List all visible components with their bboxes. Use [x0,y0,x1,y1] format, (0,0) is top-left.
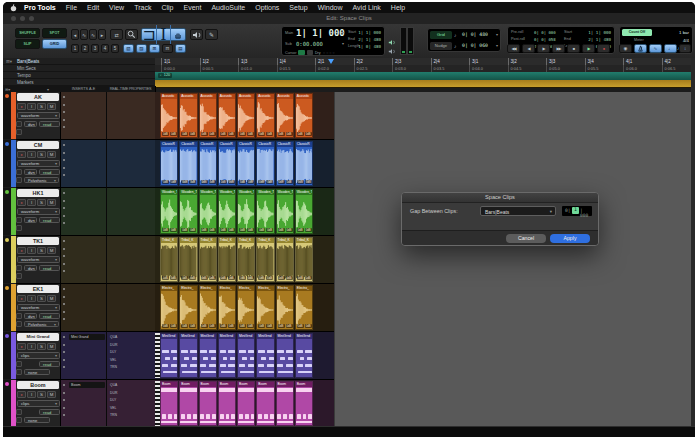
automation-mode-selector[interactable]: read [39,265,60,271]
audio-clip[interactable]: Electro_0dB0dB [199,285,217,330]
midi-clip[interactable]: Boom [160,381,178,426]
audio-clip[interactable]: Wooden_T0dB0dB [179,189,197,234]
pre-fader-icon[interactable] [307,50,313,55]
insert-slot-d[interactable] [63,359,65,361]
menu-item-file[interactable]: File [61,4,82,11]
track-view-selector[interactable]: clips▾ [17,352,60,359]
mute-button[interactable]: M [47,151,56,158]
rtp-label-qua[interactable]: QUA [110,383,117,387]
midi-clip[interactable]: Boom [218,381,236,426]
insert-slot-a[interactable] [63,96,65,98]
audio-clip[interactable]: Acoustic0dB0dB [179,93,197,138]
main-counter-menu-icon[interactable]: ▾ [342,30,344,35]
tempo-event-marker[interactable]: ♩120 [158,73,172,78]
rtp-label-trn[interactable]: TRN [110,413,117,417]
insert-slot-c[interactable] [63,351,65,353]
audio-clip[interactable]: ClassicR0dB0dB [237,141,255,186]
input-monitor-button[interactable]: I [27,199,36,206]
midi-clip[interactable]: MiniGrnd [218,333,236,378]
track-name-button[interactable]: Boom [17,381,59,389]
meter-value[interactable]: 4/4 [683,38,689,43]
insert-slot-a[interactable] [63,336,65,338]
ruler-label-min-secs[interactable]: Min:Secs [3,65,155,72]
go-to-start-button-icon[interactable]: ◀◀ [507,44,520,53]
link-track-edit-icon[interactable]: ⊞ [149,44,160,53]
count-off-value[interactable]: 1 bar [679,30,689,35]
insert-slot-c[interactable] [63,207,65,209]
zoom-preset-5[interactable]: 5 [111,44,119,53]
midi-clip[interactable]: MiniGrnd [256,333,274,378]
elastic-audio-icon[interactable] [16,313,22,319]
fast-forward-button-icon[interactable]: ▶ [537,44,550,53]
audio-clip[interactable]: Tribal_K0dB0dB [179,237,197,282]
nudge-menu-icon[interactable]: ▾ [496,43,498,48]
playlist-icon[interactable] [16,225,22,231]
audio-clip[interactable]: Wooden_T0dB0dB [160,189,178,234]
solo-button[interactable]: S [37,295,46,302]
rtp-label-qua[interactable]: QUA [110,335,117,339]
dyn-chip[interactable]: dyn [24,265,37,271]
zoom-preset-2[interactable]: 2 [81,44,89,53]
mute-button[interactable]: M [47,199,56,206]
insert-slot-c[interactable] [63,111,65,113]
grid-value-toggle[interactable]: Grid [430,31,452,39]
insert-slot-b[interactable] [63,200,65,202]
audio-clip[interactable]: ClassicR0dB0dB [199,141,217,186]
insert-slot-d[interactable] [63,311,65,313]
automation-mode-selector[interactable]: read [39,121,60,127]
record-arm-button[interactable]: ● [17,247,26,254]
midi-clip[interactable]: Boom [256,381,274,426]
elastic-audio-icon[interactable] [16,265,22,271]
track-name-button[interactable]: CM [17,141,59,149]
solo-button[interactable]: S [37,103,46,110]
playlist-icon[interactable] [16,177,22,183]
track-view-selector[interactable]: waveform▾ [17,208,60,215]
audio-clip[interactable]: Acoustic0dB0dB [160,93,178,138]
elastic-audio-icon[interactable] [16,169,22,175]
audio-clip[interactable]: ClassicR0dB0dB [276,141,294,186]
nudge-value[interactable]: 0| 0| 060 [462,43,488,48]
track-view-selector[interactable]: clips▾ [17,400,60,407]
preroll-value[interactable]: 0| 0| 000 [534,30,556,35]
grabber-tool-icon[interactable] [171,31,185,39]
ruler-label-markers[interactable]: Markers [3,79,155,86]
insert-slot-b[interactable] [63,248,65,250]
audio-clip[interactable]: ClassicR0dB0dB [160,141,178,186]
audio-clip[interactable]: Electro_0dB0dB [237,285,255,330]
waveform-horizontal-zoom-icon[interactable]: ∿ [89,29,97,40]
menu-item-setup[interactable]: Setup [284,4,312,11]
audio-clip[interactable]: Acoustic0dB0dB [237,93,255,138]
grid-menu-icon[interactable]: ▾ [496,32,498,37]
mute-button[interactable]: M [47,391,56,398]
markers-ruler[interactable] [155,80,695,89]
scrubber-tool-icon[interactable] [190,29,203,40]
midi-clip[interactable]: MiniGrnd [276,333,294,378]
insert-slot-d[interactable] [63,119,65,121]
rtp-label-trn[interactable]: TRN [110,365,117,369]
record-arm-button[interactable]: ● [17,199,26,206]
insert-slot-b[interactable] [63,392,65,394]
menu-item-edit[interactable]: Edit [82,4,104,11]
playlist-icon[interactable] [16,321,22,327]
stop-button-icon[interactable]: ■ [567,44,580,53]
insert-slot-d[interactable] [63,215,65,217]
record-arm-button[interactable]: ● [17,343,26,350]
input-monitor-button[interactable]: I [27,247,36,254]
waveform-vertical-zoom-icon[interactable]: ∿ [80,29,88,40]
patch-selector[interactable]: none [24,417,50,423]
insert-slot-b[interactable] [63,152,65,154]
audio-clip[interactable]: ClassicR0dB0dB [256,141,274,186]
insert-slot-b[interactable] [63,344,65,346]
zoom-out-arrow-icon[interactable]: ◂ [71,29,79,40]
solo-button[interactable]: S [37,391,46,398]
elastic-audio-icon[interactable] [16,217,22,223]
tab-to-transient-icon[interactable]: ▧ [123,44,134,53]
audio-clip[interactable]: Acoustic0dB0dB [295,93,313,138]
automation-mode-selector[interactable]: read [39,409,60,415]
sel-end-value[interactable]: 2| 1| 480 [358,37,381,42]
track-view-selector[interactable]: waveform▾ [17,304,60,311]
audio-clip[interactable]: Wooden_T0dB0dB [237,189,255,234]
record-button-icon[interactable]: ● [597,44,610,53]
playlist-icon[interactable] [16,129,22,135]
insert-slot-b[interactable] [63,104,65,106]
